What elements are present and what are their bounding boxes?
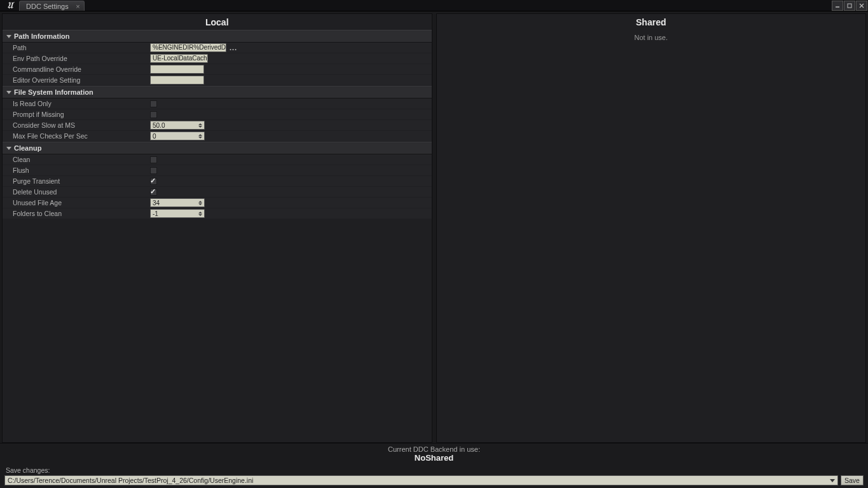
row-readonly: Is Read Only — [3, 98, 432, 109]
category-label: Path Information — [14, 32, 69, 40]
row-env-override: Env Path Override UE-LocalDataCachePath — [3, 53, 432, 64]
consider-slow-spinner[interactable]: 50.0 — [150, 121, 205, 130]
category-path-info[interactable]: Path Information — [3, 30, 432, 43]
editor-override-field[interactable] — [150, 76, 204, 85]
row-unused-age: Unused File Age 34 — [3, 198, 432, 208]
spinner-down-icon[interactable] — [198, 126, 202, 128]
spinner-up-icon[interactable] — [198, 123, 202, 125]
config-path-combo[interactable]: C:/Users/Terence/Documents/Unreal Projec… — [4, 475, 838, 485]
local-title: Local — [3, 14, 432, 30]
shared-pane: Shared Not in use. — [436, 13, 867, 443]
path-field[interactable]: %ENGINEDIR%DerivedDataCache — [150, 43, 226, 52]
row-max-file-checks: Max File Checks Per Sec 0 — [3, 131, 432, 142]
row-prompt-missing: Prompt if Missing — [3, 109, 432, 120]
category-cleanup[interactable]: Cleanup — [3, 142, 432, 154]
spinner-value: 0 — [151, 133, 198, 140]
max-file-checks-spinner[interactable]: 0 — [150, 132, 205, 140]
spinner-down-icon[interactable] — [198, 203, 202, 205]
close-window-button[interactable] — [856, 1, 867, 11]
row-clean: Clean — [3, 154, 432, 165]
spinner-value: 34 — [151, 200, 198, 207]
local-pane: Local Path Information Path %ENGINEDIR%D… — [2, 13, 432, 443]
close-tab-icon[interactable]: × — [76, 3, 79, 10]
combo-value: C:/Users/Terence/Documents/Unreal Projec… — [8, 477, 253, 484]
tab-label: DDC Settings — [26, 3, 69, 10]
tab-ddc-settings[interactable]: DDC Settings × — [19, 1, 85, 11]
row-label: Unused File Age — [3, 199, 150, 207]
category-label: Cleanup — [14, 144, 41, 152]
prompt-missing-checkbox[interactable] — [150, 111, 157, 118]
main-split: Local Path Information Path %ENGINEDIR%D… — [0, 11, 868, 443]
row-cmd-override: Commandline Override — [3, 64, 432, 75]
titlebar-spacer — [85, 0, 832, 11]
spinner-value: 50.0 — [151, 122, 198, 129]
minimize-button[interactable] — [832, 1, 843, 11]
readonly-checkbox[interactable] — [150, 100, 157, 107]
expand-arrow-icon — [6, 147, 11, 150]
category-fs-info[interactable]: File System Information — [3, 86, 432, 98]
row-label: Path — [3, 44, 150, 51]
spinner-down-icon[interactable] — [198, 214, 202, 216]
row-label: Delete Unused — [3, 188, 150, 196]
expand-arrow-icon — [6, 91, 11, 94]
row-label: Folders to Clean — [3, 210, 150, 217]
row-label: Flush — [3, 166, 150, 174]
delete-unused-checkbox[interactable] — [150, 189, 157, 196]
titlebar: 𝔘 DDC Settings × — [0, 0, 868, 11]
spinner-up-icon[interactable] — [198, 201, 202, 203]
row-path: Path %ENGINEDIR%DerivedDataCache ... — [3, 43, 432, 53]
row-label: Clean — [3, 156, 150, 163]
row-editor-override: Editor Override Setting — [3, 75, 432, 86]
folders-clean-spinner[interactable]: -1 — [150, 209, 205, 218]
shared-not-in-use: Not in use. — [437, 30, 866, 45]
row-label: Commandline Override — [3, 65, 150, 73]
row-label: Env Path Override — [3, 55, 150, 62]
shared-title: Shared — [437, 14, 866, 30]
spinner-down-icon[interactable] — [198, 137, 202, 139]
spinner-up-icon[interactable] — [198, 212, 202, 214]
expand-arrow-icon — [6, 35, 11, 38]
backend-label: Current DDC Backend in use: — [2, 445, 866, 453]
row-label: Consider Slow at MS — [3, 121, 150, 129]
spinner-up-icon[interactable] — [198, 134, 202, 136]
svg-rect-1 — [848, 4, 851, 8]
spinner-value: -1 — [151, 210, 198, 217]
row-flush: Flush — [3, 165, 432, 176]
backend-value: NoShared — [2, 453, 866, 463]
row-label: Editor Override Setting — [3, 76, 150, 84]
window-controls — [832, 0, 868, 11]
cmd-override-field[interactable] — [150, 65, 204, 74]
purge-transient-checkbox[interactable] — [150, 178, 157, 185]
row-label: Is Read Only — [3, 100, 150, 107]
browse-button[interactable]: ... — [228, 44, 238, 51]
row-delete-unused: Delete Unused — [3, 187, 432, 198]
unused-age-spinner[interactable]: 34 — [150, 198, 205, 207]
chevron-down-icon — [830, 479, 835, 482]
app-logo-icon: 𝔘 — [0, 0, 19, 11]
clean-checkbox[interactable] — [150, 156, 157, 163]
category-label: File System Information — [14, 88, 93, 96]
footer: Current DDC Backend in use: NoShared Sav… — [0, 443, 868, 488]
save-changes-label: Save changes: — [2, 466, 866, 475]
maximize-button[interactable] — [844, 1, 855, 11]
flush-checkbox[interactable] — [150, 167, 157, 174]
row-label: Purge Transient — [3, 177, 150, 185]
row-purge-transient: Purge Transient — [3, 176, 432, 187]
row-consider-slow: Consider Slow at MS 50.0 — [3, 120, 432, 131]
row-label: Max File Checks Per Sec — [3, 132, 150, 140]
local-body: Path Information Path %ENGINEDIR%Derived… — [3, 30, 432, 442]
row-folders-clean: Folders to Clean -1 — [3, 208, 432, 219]
save-button[interactable]: Save — [841, 475, 864, 485]
env-override-field[interactable]: UE-LocalDataCachePath — [150, 54, 208, 63]
row-label: Prompt if Missing — [3, 111, 150, 118]
